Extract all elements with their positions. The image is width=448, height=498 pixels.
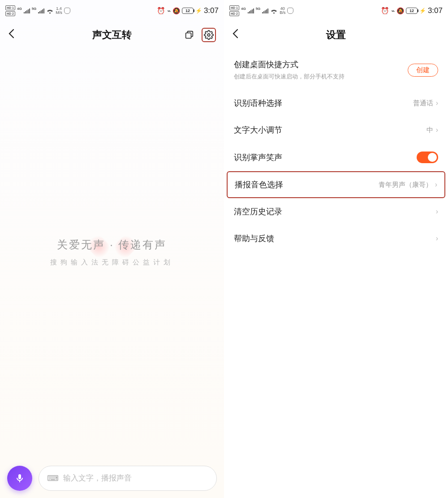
copy-window-icon[interactable] [182,28,196,42]
chevron-right-icon: › [435,181,437,189]
applause-toggle[interactable] [417,152,438,163]
alarm-icon: ⏰ [381,7,389,15]
row-language-select[interactable]: 识别语种选择 普通话 › [224,90,448,117]
hd1-badge: HD 1 [5,5,15,10]
chevron-right-icon: › [436,126,438,134]
promo-block: 关爱无声 · 传递有声 搜狗输入法无障碍公益计划 [0,224,224,267]
row-label: 创建桌面快捷方式 [234,59,408,70]
text-input[interactable] [63,474,208,483]
mute-icon: 🔕 [172,7,180,14]
clock: 3:07 [204,6,219,15]
bottom-input-bar: ⌨ [7,466,217,491]
hd1-badge: HD 1 [229,5,239,10]
row-value: 青年男声（康哥） [379,181,432,189]
screen-voice-text: HD 1 HD 2 4G 5G 1.4M/s ⏰ ⌁ 🔕 12 ⚡ 3:07 [0,0,224,498]
battery-icon: 12 [406,8,418,14]
back-button[interactable] [232,29,243,41]
mute-icon: 🔕 [396,7,404,14]
signal-2-icon [262,8,268,13]
status-bar: HD 1 HD 2 4G 5G 40B/s ⏰ ⌁ 🔕 12 ⚡ 3:07 [224,0,448,22]
row-clear-history[interactable]: 清空历史记录 › [224,198,448,225]
mic-button[interactable] [7,466,32,491]
row-create-shortcut[interactable]: 创建桌面快捷方式 创建后在桌面可快速启动，部分手机不支持 创建 [224,51,448,89]
promo-headline: 关爱无声 · 传递有声 [57,238,167,252]
row-help-feedback[interactable]: 帮助与反馈 › [224,225,448,252]
back-button[interactable] [8,29,19,41]
hd2-badge: HD 2 [5,11,15,16]
svg-rect-0 [186,33,191,38]
wifi-icon [46,8,54,14]
clock: 3:07 [428,6,443,15]
status-bar: HD 1 HD 2 4G 5G 1.4M/s ⏰ ⌁ 🔕 12 ⚡ 3:07 [0,0,224,22]
charging-icon: ⚡ [195,8,202,14]
screen-settings: HD 1 HD 2 4G 5G 40B/s ⏰ ⌁ 🔕 12 ⚡ 3:07 [224,0,448,498]
battery-icon: 12 [182,8,194,14]
chevron-right-icon: › [436,234,438,243]
shield-icon [64,8,70,14]
charging-icon: ⚡ [419,8,426,14]
nav-bar-left: 声文互转 [0,22,224,48]
bluetooth-icon: ⌁ [167,7,171,14]
row-label: 清空历史记录 [234,206,436,217]
wifi-icon [270,8,278,14]
net1-label: 4G [241,7,246,11]
settings-list: 创建桌面快捷方式 创建后在桌面可快速启动，部分手机不支持 创建 识别语种选择 普… [224,48,448,255]
row-font-size[interactable]: 文字大小调节 中 › [224,117,448,143]
row-subtext: 创建后在桌面可快速启动，部分手机不支持 [234,73,408,81]
row-voice-select[interactable]: 播报音色选择 青年男声（康哥） › [227,171,445,198]
chevron-right-icon: › [436,99,438,107]
alarm-icon: ⏰ [157,7,165,15]
row-value: 中 [426,126,433,134]
page-title-right: 设置 [224,28,448,42]
row-label: 播报音色选择 [235,179,379,190]
shield-icon [287,8,293,14]
hd2-badge: HD 2 [229,11,239,16]
signal-1-icon [248,8,254,13]
signal-1-icon [24,8,30,13]
settings-button[interactable] [202,28,216,42]
bluetooth-icon: ⌁ [391,7,395,14]
svg-point-1 [207,34,210,36]
promo-subtext: 搜狗输入法无障碍公益计划 [50,258,174,267]
row-label: 帮助与反馈 [234,233,436,244]
row-value: 普通话 [413,99,433,108]
data-rate: 40B/s [280,7,285,15]
mic-icon [14,473,25,484]
row-label: 识别语种选择 [234,98,413,108]
create-shortcut-button[interactable]: 创建 [408,64,438,77]
net1-label: 4G [17,7,22,11]
keyboard-icon: ⌨ [47,473,59,483]
row-label: 文字大小调节 [234,125,426,135]
gear-icon [204,30,214,40]
net2-label: 5G [256,7,261,11]
chevron-right-icon: › [436,208,438,216]
data-rate: 1.4M/s [56,7,62,15]
row-applause-detect[interactable]: 识别掌声笑声 [224,143,448,171]
nav-bar-right: 设置 [224,22,448,48]
net2-label: 5G [32,7,37,11]
signal-2-icon [38,8,44,13]
row-label: 识别掌声笑声 [234,152,417,163]
text-input-container[interactable]: ⌨ [39,466,217,491]
